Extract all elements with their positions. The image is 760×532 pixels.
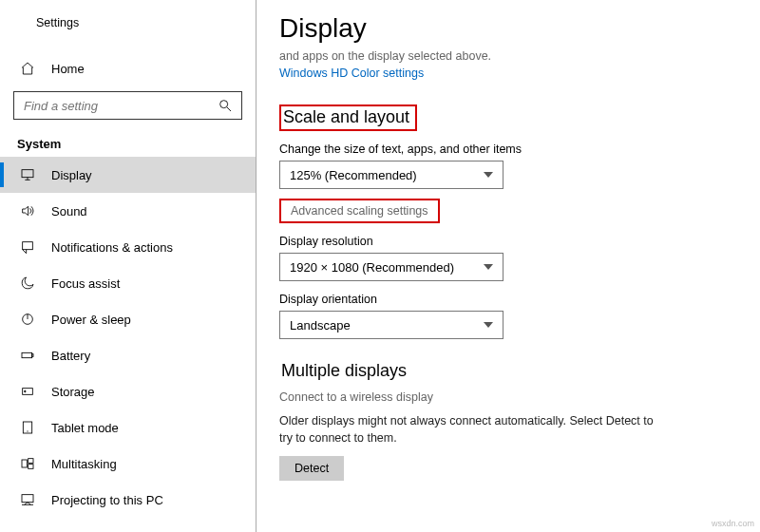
sidebar-item-storage[interactable]: Storage (0, 373, 256, 409)
svg-rect-4 (22, 352, 32, 357)
resolution-value: 1920 × 1080 (Recommended) (290, 260, 454, 275)
sidebar-item-label: Power & sleep (51, 313, 131, 327)
nav-list: Display Sound Notifications & actions Fo… (0, 157, 256, 532)
projecting-icon (19, 491, 36, 508)
orientation-label: Display orientation (279, 293, 732, 306)
svg-point-7 (25, 390, 27, 392)
sidebar-item-label: Notifications & actions (51, 240, 173, 255)
sidebar-item-label: Focus assist (51, 276, 120, 291)
sidebar-item-label: Tablet mode (51, 421, 119, 435)
category-header: System (0, 120, 256, 157)
search-field[interactable] (22, 98, 217, 114)
notifications-icon (19, 238, 36, 256)
scale-and-layout-heading: Scale and layout (279, 104, 417, 131)
svg-rect-10 (28, 459, 33, 464)
chevron-down-icon (484, 172, 493, 178)
svg-rect-5 (32, 354, 33, 357)
orientation-value: Landscape (290, 318, 351, 332)
sidebar-item-power-sleep[interactable]: Power & sleep (0, 301, 256, 337)
sidebar-item-focus-assist[interactable]: Focus assist (0, 265, 256, 301)
watermark: wsxdn.com (712, 519, 754, 528)
multiple-displays-heading: Multiple displays (279, 360, 412, 383)
tablet-icon (19, 419, 36, 436)
wireless-display-link[interactable]: Connect to a wireless display (279, 390, 732, 404)
scale-value: 125% (Recommended) (290, 168, 417, 182)
svg-rect-9 (22, 460, 27, 467)
search-icon (217, 97, 234, 114)
main-content: Display and apps on the display selected… (256, 0, 760, 532)
chevron-down-icon (484, 322, 493, 328)
sidebar-item-notifications[interactable]: Notifications & actions (0, 229, 256, 265)
focus-assist-icon (19, 275, 36, 292)
sidebar-item-projecting[interactable]: Projecting to this PC (0, 482, 256, 518)
home-button[interactable]: Home (0, 51, 256, 86)
search-input[interactable] (13, 91, 242, 120)
multitasking-icon (19, 455, 36, 472)
advanced-scaling-link[interactable]: Advanced scaling settings (279, 199, 440, 223)
svg-point-0 (220, 101, 228, 108)
battery-icon (19, 347, 36, 364)
sidebar-item-label: Display (51, 168, 92, 182)
sidebar-item-multitasking[interactable]: Multitasking (0, 446, 256, 482)
chevron-down-icon (484, 264, 493, 270)
scale-label: Change the size of text, apps, and other… (279, 142, 732, 156)
sidebar-item-label: Storage (51, 385, 95, 399)
svg-rect-1 (22, 170, 33, 178)
sidebar-item-label: Sound (51, 204, 87, 218)
detect-help-text: Older displays might not always connect … (279, 413, 659, 446)
svg-rect-11 (28, 465, 33, 469)
svg-rect-12 (22, 495, 33, 503)
resolution-dropdown[interactable]: 1920 × 1080 (Recommended) (279, 253, 504, 281)
storage-icon (19, 383, 36, 400)
sidebar-item-battery[interactable]: Battery (0, 337, 256, 373)
sidebar: Settings Home System Display (0, 0, 256, 532)
sidebar-item-sound[interactable]: Sound (0, 193, 256, 229)
window-title: Settings (36, 16, 79, 29)
sidebar-item-label: Battery (51, 349, 90, 363)
home-label: Home (51, 62, 85, 76)
resolution-label: Display resolution (279, 235, 732, 248)
power-icon (19, 311, 36, 328)
truncated-help-text: and apps on the display selected above. (279, 49, 732, 63)
svg-rect-2 (23, 242, 33, 250)
hd-color-link[interactable]: Windows HD Color settings (279, 66, 732, 80)
sidebar-item-tablet-mode[interactable]: Tablet mode (0, 409, 256, 446)
page-title: Display (279, 13, 732, 44)
scale-dropdown[interactable]: 125% (Recommended) (279, 161, 504, 189)
detect-button[interactable]: Detect (279, 456, 344, 481)
sound-icon (19, 202, 36, 219)
sidebar-item-label: Projecting to this PC (51, 493, 163, 507)
sidebar-item-label: Multitasking (51, 457, 117, 471)
sidebar-item-display[interactable]: Display (0, 157, 256, 193)
orientation-dropdown[interactable]: Landscape (279, 311, 504, 339)
home-icon (19, 60, 36, 77)
display-icon (19, 166, 36, 183)
